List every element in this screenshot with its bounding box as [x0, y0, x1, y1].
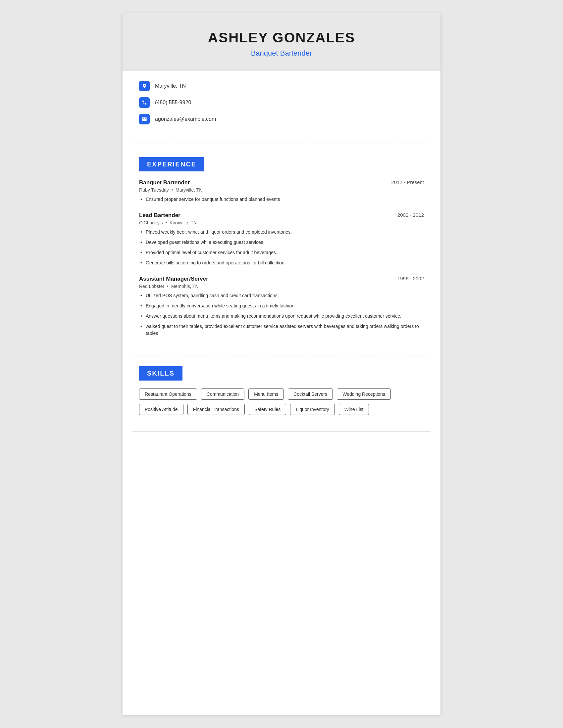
skill-tag-2: Menu Items — [248, 388, 284, 400]
skills-grid: Restaurant Operations Communication Menu… — [139, 388, 424, 415]
contact-email: agonzales@example.com — [139, 114, 424, 124]
job-dates-3: 1996 - 2002 — [398, 276, 424, 281]
job-bullets-3: Utilized POS system, handling cash and c… — [139, 292, 424, 337]
skill-tag-9: Wine List — [339, 404, 369, 415]
resume-container: ASHLEY GONZALES Banquet Bartender Maryvi… — [122, 13, 441, 715]
company-name-1: Ruby Tuesday — [139, 187, 169, 193]
job-company-2: O'Charley's • Knoxville, TN — [139, 220, 424, 225]
job-header-1: Banquet Bartender 2012 - Present — [139, 179, 424, 186]
contact-section: Maryville, TN (480) 555-9920 agonzales@e… — [122, 71, 441, 140]
skill-tag-4: Wedding Receptions — [337, 388, 391, 400]
job-bullets-1: Ensured proper service for banquet funct… — [139, 196, 424, 203]
phone-text: (480) 555-9920 — [155, 100, 191, 106]
company-location-3: Memphis, TN — [171, 284, 199, 289]
bullet-3-0: Utilized POS system, handling cash and c… — [139, 292, 424, 299]
job-dates-2: 2002 - 2012 — [398, 212, 424, 218]
job-company-1: Ruby Tuesday • Maryville, TN — [139, 187, 424, 193]
skill-tag-5: Positive Attitude — [139, 404, 183, 415]
job-title-3: Assistant Manager/Server — [139, 276, 208, 282]
contact-location: Maryville, TN — [139, 81, 424, 91]
company-location-1: Maryville, TN — [175, 187, 202, 193]
skill-tag-3: Cocktail Servers — [288, 388, 333, 400]
job-title-2: Lead Bartender — [139, 212, 180, 219]
email-text: agonzales@example.com — [155, 116, 216, 122]
contact-phone: (480) 555-9920 — [139, 97, 424, 108]
experience-section-header: EXPERIENCE — [139, 157, 204, 171]
bullet-2-1: Developed guest relations while executin… — [139, 239, 424, 246]
job-bullets-2: Placed weekly beer, wine, and liquor ord… — [139, 229, 424, 266]
job-header-2: Lead Bartender 2002 - 2012 — [139, 212, 424, 219]
candidate-name: ASHLEY GONZALES — [136, 30, 427, 46]
company-name-2: O'Charley's — [139, 220, 163, 225]
skill-tag-7: Safety Rules — [249, 404, 286, 415]
skill-tag-8: Liquor Inventory — [290, 404, 335, 415]
job-header-3: Assistant Manager/Server 1996 - 2002 — [139, 276, 424, 282]
bullet-2-3: Generate bills according to orders and o… — [139, 259, 424, 266]
job-dates-1: 2012 - Present — [392, 179, 424, 185]
skill-tag-1: Communication — [201, 388, 244, 400]
skills-section: SKILLS Restaurant Operations Communicati… — [122, 360, 441, 428]
job-company-3: Red Lobster • Memphis, TN — [139, 284, 424, 289]
bullet-3-1: Engaged in friendly conversation while s… — [139, 302, 424, 309]
candidate-title: Banquet Bartender — [136, 49, 427, 58]
phone-icon — [139, 97, 150, 108]
resume-header: ASHLEY GONZALES Banquet Bartender — [122, 13, 441, 71]
location-text: Maryville, TN — [155, 83, 186, 89]
contact-divider — [132, 144, 431, 144]
skill-tag-0: Restaurant Operations — [139, 388, 197, 400]
bullet-2-0: Placed weekly beer, wine, and liquor ord… — [139, 229, 424, 236]
email-icon — [139, 114, 150, 124]
job-block-2: Lead Bartender 2002 - 2012 O'Charley's •… — [139, 212, 424, 266]
bullet-3-2: Answer questions about menu items and ma… — [139, 313, 424, 320]
bullet-3-3: walked guest to their tables, provided e… — [139, 323, 424, 337]
bullet-2-2: Provided optimal level of customer servi… — [139, 249, 424, 256]
bottom-divider — [132, 432, 431, 432]
company-location-2: Knoxville, TN — [169, 220, 197, 225]
skills-section-header: SKILLS — [139, 366, 182, 381]
experience-skills-divider — [132, 356, 431, 356]
job-title-1: Banquet Bartender — [139, 179, 190, 186]
skill-tag-6: Financial Transactions — [187, 404, 245, 415]
experience-section: EXPERIENCE Banquet Bartender 2012 - Pres… — [122, 147, 441, 353]
bullet-1-0: Ensured proper service for banquet funct… — [139, 196, 424, 203]
job-block-1: Banquet Bartender 2012 - Present Ruby Tu… — [139, 179, 424, 203]
location-icon — [139, 81, 150, 91]
job-block-3: Assistant Manager/Server 1996 - 2002 Red… — [139, 276, 424, 337]
company-name-3: Red Lobster — [139, 284, 164, 289]
